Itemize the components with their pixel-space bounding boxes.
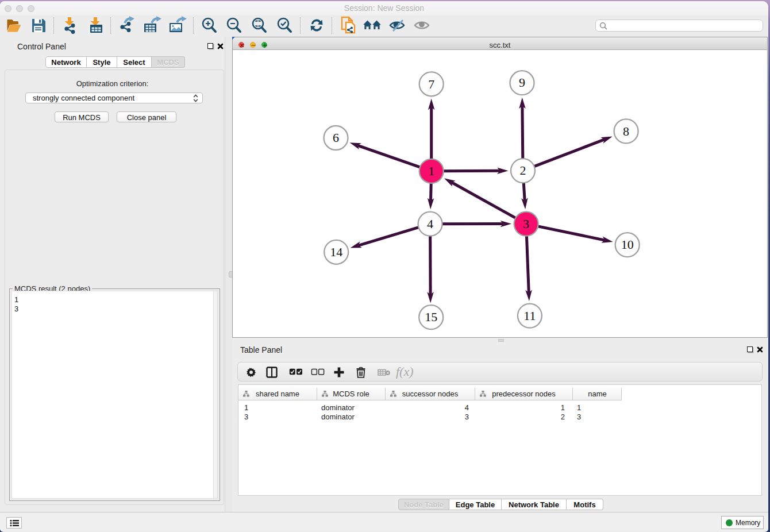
- svg-text:4: 4: [427, 217, 433, 231]
- svg-text:9: 9: [519, 75, 525, 90]
- svg-text:10: 10: [621, 237, 634, 252]
- svg-text:11: 11: [523, 309, 536, 323]
- svg-text:2: 2: [520, 163, 526, 178]
- svg-text:3: 3: [523, 217, 529, 231]
- svg-text:1: 1: [428, 164, 434, 178]
- svg-text:6: 6: [333, 130, 339, 145]
- svg-text:8: 8: [623, 124, 629, 138]
- svg-text:15: 15: [425, 310, 437, 324]
- svg-text:14: 14: [330, 245, 342, 259]
- svg-text:7: 7: [428, 77, 434, 91]
